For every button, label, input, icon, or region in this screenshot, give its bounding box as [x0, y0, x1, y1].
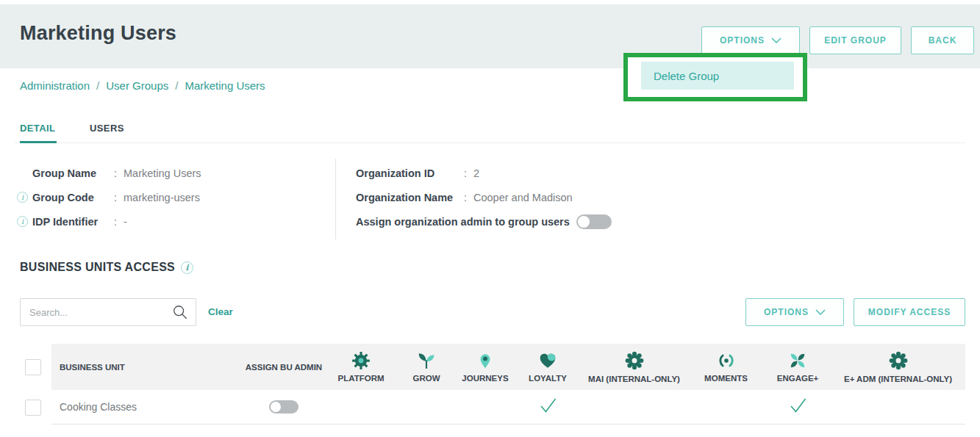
column-assign-bu-admin: ASSIGN BU ADMIN	[246, 363, 322, 372]
table-row: Cooking Classes	[15, 390, 965, 425]
column-e-adm-internal-only: E+ ADM (INTERNAL-ONLY)	[844, 375, 952, 383]
active-tab-indicator	[20, 141, 57, 143]
pin-icon	[476, 351, 494, 370]
chevron-down-icon	[815, 309, 826, 315]
cell-loyalty	[515, 390, 581, 424]
tab-detail[interactable]: DETAIL	[20, 123, 55, 134]
column-grow: GROW	[412, 374, 440, 383]
breadcrumb-administration[interactable]: Administration	[20, 79, 90, 92]
options-button-label: OPTIONS	[720, 35, 765, 46]
page-header: Marketing Users OPTIONS EDIT GROUP BACK	[0, 4, 980, 68]
pinwheel-icon	[788, 351, 807, 370]
field-label: Group Code	[32, 192, 112, 203]
check-icon	[788, 397, 808, 417]
bu-options-button-label: OPTIONS	[764, 307, 809, 317]
column-journeys: JOURNEYS	[462, 374, 508, 383]
detail-right-column: Organization ID : 2 Organization Name : …	[356, 161, 612, 234]
chevron-down-icon	[771, 37, 782, 43]
field-value: 2	[473, 167, 479, 179]
field-organization-name: Organization Name : Cooper and Madison	[356, 185, 612, 209]
modify-access-button[interactable]: MODIFY ACCESS	[854, 298, 965, 326]
column-loyalty: LOYALTY	[529, 374, 567, 383]
cell-mai-internal-only	[581, 390, 687, 424]
tab-divider	[15, 142, 965, 143]
field-value: marketing-users	[124, 192, 200, 203]
field-label: IDP Identifier	[32, 216, 112, 228]
cell-e-adm-internal-only	[831, 390, 965, 424]
breadcrumb-separator: /	[175, 79, 178, 92]
column-platform: PLATFORM	[337, 374, 384, 383]
business-units-heading: BUSINESS UNITS ACCESS i	[20, 261, 193, 274]
column-engage-plus: ENGAGE+	[777, 374, 819, 383]
info-icon[interactable]: i	[17, 192, 28, 203]
back-button[interactable]: BACK	[911, 26, 974, 54]
cell-business-unit: Cooking Classes	[51, 390, 243, 424]
sprout-icon	[417, 351, 436, 370]
field-label: Organization Name	[356, 192, 462, 203]
bu-options-button[interactable]: OPTIONS	[745, 298, 844, 326]
business-units-table: BUSINESS UNIT ASSIGN BU ADMIN PLATFORM	[15, 344, 965, 425]
toggle-label: Assign organization admin to group users	[356, 216, 570, 228]
column-mai-internal-only: MAI (INTERNAL-ONLY)	[588, 375, 680, 383]
select-all-checkbox[interactable]	[25, 359, 41, 375]
breadcrumb: Administration / User Groups / Marketing…	[20, 79, 265, 92]
field-idp-identifier: i IDP Identifier : -	[17, 209, 201, 234]
breadcrumb-user-groups[interactable]: User Groups	[106, 79, 168, 92]
menu-item-delete-group[interactable]: Delete Group	[641, 62, 794, 90]
check-icon	[538, 397, 558, 417]
column-business-unit: BUSINESS UNIT	[60, 363, 125, 372]
edit-group-button[interactable]: EDIT GROUP	[809, 26, 901, 54]
field-label: Group Name	[32, 167, 112, 179]
breadcrumb-separator: /	[96, 79, 99, 92]
assign-org-admin-row: Assign organization admin to group users	[356, 209, 612, 234]
search-input[interactable]	[21, 307, 172, 318]
table-header-row: BUSINESS UNIT ASSIGN BU ADMIN PLATFORM	[15, 344, 965, 390]
field-group-name: Group Name : Marketing Users	[17, 161, 201, 185]
annotation-highlight-box: Delete Group	[623, 53, 807, 101]
cell-journeys	[456, 390, 515, 424]
clear-search-link[interactable]: Clear	[208, 306, 233, 317]
field-value: Marketing Users	[124, 167, 201, 179]
field-organization-id: Organization ID : 2	[356, 161, 612, 185]
column-moments: MOMENTS	[704, 374, 748, 383]
business-units-actions: OPTIONS MODIFY ACCESS	[745, 298, 965, 326]
gear-flower-icon	[888, 350, 909, 371]
cell-moments	[687, 390, 765, 424]
cell-platform	[325, 390, 397, 424]
field-label: Organization ID	[356, 167, 462, 179]
cell-grow	[397, 390, 456, 424]
page-title: Marketing Users	[20, 22, 176, 45]
header-actions: OPTIONS EDIT GROUP BACK	[701, 26, 974, 54]
business-units-search	[20, 298, 196, 326]
heart-icon	[538, 351, 557, 370]
field-group-code: i Group Code : marketing-users	[17, 185, 201, 209]
gear-flower-icon	[624, 350, 645, 371]
field-value: Cooper and Madison	[473, 192, 573, 203]
gear-icon	[351, 351, 371, 370]
search-icon[interactable]	[172, 304, 188, 320]
info-icon[interactable]: i	[181, 261, 193, 274]
assign-bu-admin-toggle[interactable]	[269, 400, 298, 413]
field-value: -	[124, 216, 127, 228]
row-checkbox[interactable]	[25, 400, 41, 416]
column-divider	[335, 159, 336, 239]
assign-org-admin-toggle[interactable]	[576, 214, 612, 229]
options-button[interactable]: OPTIONS	[701, 26, 800, 54]
info-icon[interactable]: i	[17, 216, 28, 227]
cell-engage-plus	[765, 390, 831, 424]
detail-left-column: Group Name : Marketing Users i Group Cod…	[17, 161, 201, 234]
tab-users[interactable]: USERS	[90, 123, 124, 134]
signal-icon	[717, 351, 736, 370]
breadcrumb-marketing-users[interactable]: Marketing Users	[185, 79, 265, 92]
